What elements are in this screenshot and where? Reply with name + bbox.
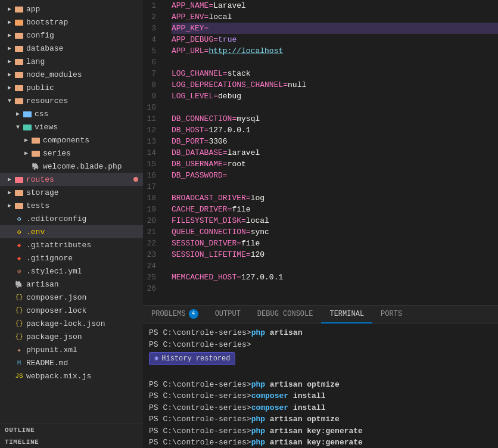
arrow-icon: ▶: [5, 175, 14, 184]
sidebar-item-label: composer.json: [26, 293, 86, 302]
panel-tab-problems[interactable]: PROBLEMS4: [143, 306, 207, 323]
sidebar-item-label: database: [26, 44, 63, 53]
line-number: 1: [143, 0, 161, 11]
sidebar-item-label: phpunit.xml: [26, 346, 77, 354]
line-number: 18: [143, 192, 161, 204]
sidebar-item-storage[interactable]: ▶storage: [0, 186, 143, 199]
env-eq: =: [223, 160, 228, 169]
code-line: MEMCACHED_HOST=127.0.0.1: [172, 272, 498, 283]
file-yml-icon: ⚙: [14, 266, 24, 276]
line-number: 13: [143, 136, 161, 147]
svg-rect-15: [15, 98, 19, 100]
code-line: DB_PORT=3306: [172, 136, 498, 147]
folder-icon: [23, 109, 32, 119]
env-val: true: [218, 35, 236, 44]
env-eq: =: [204, 13, 209, 21]
sidebar-item-routes[interactable]: ▶routes: [0, 173, 143, 186]
env-eq: =: [241, 216, 246, 225]
line-number: 20: [143, 215, 161, 226]
sidebar-item-welcome.blade.php[interactable]: 🐘welcome.blade.php: [0, 160, 143, 173]
env-eq: =: [246, 228, 251, 237]
sidebar-item-bootstrap[interactable]: ▶bootstrap: [0, 15, 143, 29]
code-line: DB_CONNECTION=mysql: [172, 113, 498, 125]
sidebar-item-.gitignore[interactable]: ◆.gitignore: [0, 251, 143, 265]
arrow-icon: [5, 266, 14, 276]
folder-icon: [14, 83, 24, 92]
history-badge: History restored: [149, 352, 235, 365]
line-number: 7: [143, 68, 161, 79]
env-key: LOG_DEPRECATIONS_CHANNEL: [172, 80, 283, 89]
arrow-icon: ▶: [5, 57, 14, 66]
code-line: LOG_DEPRECATIONS_CHANNEL=null: [172, 79, 498, 91]
history-text: History restored: [161, 353, 230, 364]
sidebar-item-.gitattributes[interactable]: ◆.gitattributes: [0, 238, 143, 251]
code-line: [172, 57, 498, 68]
folder-icon: [14, 17, 24, 27]
sidebar-item-label: .env: [26, 228, 45, 237]
svg-rect-7: [15, 46, 19, 48]
sidebar-item-package.json[interactable]: {}package.json: [0, 330, 143, 343]
code-line: APP_ENV=local: [172, 11, 498, 23]
panel-tab-output[interactable]: OUTPUT: [207, 306, 249, 323]
sidebar-item-resources[interactable]: ▼resources: [0, 94, 143, 107]
sidebar-item-components[interactable]: ▶components: [0, 133, 143, 147]
arrow-icon: [5, 332, 14, 341]
code-line: [172, 283, 498, 294]
line-number: 10: [143, 102, 161, 113]
folder-icon: [14, 70, 24, 79]
panel-tab-debug-console[interactable]: DEBUG CONSOLE: [249, 306, 322, 323]
env-key: SESSION_LIFETIME: [172, 250, 246, 259]
timeline-section[interactable]: TIMELINE: [0, 436, 143, 448]
sidebar-item-public[interactable]: ▶public: [0, 81, 143, 94]
sidebar-item-package-lock.json[interactable]: {}package-lock.json: [0, 317, 143, 330]
sidebar-item-artisan[interactable]: 🐘artisan: [0, 278, 143, 291]
sidebar-item-.styleci.yml[interactable]: ⚙.styleci.yml: [0, 265, 143, 278]
sidebar-item-views[interactable]: ▼views: [0, 120, 143, 133]
line-number: 14: [143, 147, 161, 158]
sidebar-item-lang[interactable]: ▶lang: [0, 55, 143, 68]
svg-rect-21: [32, 138, 36, 139]
sidebar-item-webpack.mix.js[interactable]: JSwebpack.mix.js: [0, 369, 143, 382]
arrow-icon: [5, 227, 14, 237]
panel-tab-ports[interactable]: PORTS: [372, 306, 410, 323]
env-val: local: [246, 216, 269, 225]
sidebar-item-composer.json[interactable]: {}composer.json: [0, 291, 143, 304]
sidebar-item-README.md[interactable]: MREADME.md: [0, 356, 143, 369]
sidebar-item-database[interactable]: ▶database: [0, 42, 143, 55]
svg-rect-29: [15, 203, 19, 205]
svg-rect-27: [15, 190, 19, 192]
arrow-icon: ▼: [5, 96, 14, 105]
sidebar-item-node_modules[interactable]: ▶node_modules: [0, 68, 143, 81]
code-line: BROADCAST_DRIVER=log: [172, 192, 498, 204]
env-val: 3306: [208, 137, 227, 146]
arrow-icon: [5, 371, 14, 381]
line-number: 3: [143, 23, 161, 34]
outline-section[interactable]: OUTLINE: [0, 424, 143, 436]
panel-tab-terminal[interactable]: TERMINAL: [321, 306, 372, 323]
sidebar-item-app[interactable]: ▶app: [0, 2, 143, 15]
sidebar-item-label: bootstrap: [26, 18, 68, 27]
sidebar-item-css[interactable]: ▶css: [0, 107, 143, 120]
env-eq: =: [204, 24, 209, 33]
sidebar-item-phpunit.xml[interactable]: ✦phpunit.xml: [0, 343, 143, 356]
line-number: 8: [143, 79, 161, 91]
env-eq: =: [208, 1, 213, 10]
sidebar-item-.env[interactable]: ⚙.env: [0, 225, 143, 238]
code-line: DB_USERNAME=root: [172, 158, 498, 170]
file-git-icon: ◆: [14, 253, 24, 263]
code-line: DB_HOST=127.0.0.1: [172, 125, 498, 136]
sidebar-item-series[interactable]: ▶series: [0, 147, 143, 160]
folder-icon: [14, 175, 24, 184]
folder-icon: [31, 135, 41, 145]
sidebar-item-label: .gitignore: [26, 254, 73, 263]
sidebar-item-.editorconfig[interactable]: ⚙.editorconfig: [0, 212, 143, 225]
sidebar-item-composer.lock[interactable]: {}composer.lock: [0, 304, 143, 317]
env-key: LOG_CHANNEL: [172, 69, 223, 78]
line-number: 23: [143, 249, 161, 260]
sidebar-item-tests[interactable]: ▶tests: [0, 199, 143, 212]
env-val: 120: [251, 250, 264, 259]
code-line: SESSION_DRIVER=file: [172, 238, 498, 249]
tab-badge: 4: [189, 309, 198, 319]
sidebar-item-config[interactable]: ▶config: [0, 29, 143, 42]
terminal-prompt: PS C:\controle-series>: [149, 339, 251, 351]
